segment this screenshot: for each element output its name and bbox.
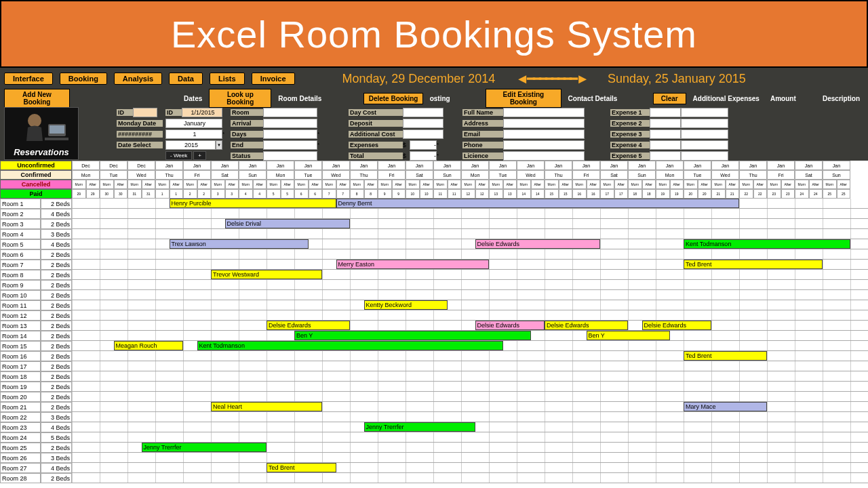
- exp2-amt[interactable]: [650, 119, 681, 128]
- clear-button[interactable]: Clear: [653, 93, 686, 104]
- gantt-row[interactable]: [72, 249, 868, 260]
- nav-booking[interactable]: Booking: [60, 73, 107, 85]
- gantt-row[interactable]: [72, 371, 868, 382]
- nav-data[interactable]: Data: [169, 73, 203, 85]
- booking-bar[interactable]: Kentty Beckword: [364, 300, 448, 310]
- booking-bar[interactable]: Jenny Trerrfer: [142, 443, 267, 452]
- gantt-row[interactable]: Jenny Trerrfer: [72, 422, 868, 432]
- gantt-row[interactable]: Jenny Trerrfer: [72, 443, 868, 453]
- booking-bar[interactable]: Meagan Rouch: [114, 341, 184, 350]
- gantt-row[interactable]: Kentty Beckword: [72, 300, 868, 310]
- booking-bar[interactable]: Ted Brent: [267, 463, 336, 472]
- booking-bar[interactable]: Kent Todmanson: [684, 239, 850, 249]
- booking-bar[interactable]: Jenny Trerrfer: [364, 422, 475, 432]
- gantt-row[interactable]: [72, 290, 868, 300]
- gantt-row[interactable]: Ben YBen Y: [72, 331, 868, 341]
- dropdown-icon[interactable]: ▼: [216, 140, 222, 150]
- status-input[interactable]: [263, 151, 317, 161]
- daycost-input[interactable]: [403, 108, 443, 117]
- add-booking-button[interactable]: Add New Booking: [4, 89, 70, 108]
- room-beds: 2 Beds: [41, 270, 72, 280]
- exp3-amt[interactable]: [650, 129, 681, 139]
- gantt-row[interactable]: [72, 280, 868, 290]
- gantt-row[interactable]: [72, 229, 868, 239]
- gantt-row[interactable]: [72, 473, 868, 483]
- cal-months: Jan: [767, 161, 795, 170]
- room-input[interactable]: [263, 108, 317, 117]
- licence-input[interactable]: [503, 151, 585, 161]
- nav-interface[interactable]: Interface: [4, 73, 53, 85]
- gantt-row[interactable]: [72, 453, 868, 463]
- gantt-row[interactable]: Trevor Westward: [72, 270, 868, 280]
- dayn-input[interactable]: [165, 129, 222, 139]
- gantt-row[interactable]: Delsie EdwardsDelsie EdwardsDelsie Edwar…: [72, 321, 868, 331]
- exp2-desc[interactable]: [681, 119, 728, 128]
- booking-bar[interactable]: Delsie Drival: [225, 219, 351, 228]
- booking-bar[interactable]: Kent Todmanson: [197, 341, 503, 350]
- total-input[interactable]: [410, 151, 437, 161]
- gantt-row[interactable]: Merry EastonTed Brent: [72, 260, 868, 270]
- gantt-row[interactable]: [72, 209, 868, 219]
- booking-bar[interactable]: Trevor Westward: [211, 270, 322, 279]
- booking-bar[interactable]: Trex Lawson: [170, 239, 309, 249]
- booking-bar[interactable]: Henry Purcible: [170, 199, 336, 208]
- edit-button[interactable]: Edit Existing Booking: [486, 89, 561, 108]
- gantt-row[interactable]: Meagan RouchKent Todmanson: [72, 341, 868, 351]
- room-beds: 2 Beds: [41, 260, 72, 270]
- booking-bar[interactable]: Ted Brent: [684, 351, 767, 361]
- week-minus-button[interactable]: - Week: [165, 151, 192, 160]
- booking-bar[interactable]: Neal Heart: [211, 402, 322, 411]
- year-input[interactable]: [165, 140, 216, 150]
- date-input[interactable]: [182, 108, 222, 117]
- gantt-row[interactable]: Ted Brent: [72, 463, 868, 473]
- cal-months: Dec: [72, 161, 100, 170]
- address-input[interactable]: [503, 119, 585, 128]
- addcost-input[interactable]: [403, 129, 443, 139]
- exp5-amt[interactable]: [650, 151, 681, 161]
- arrival-input[interactable]: [263, 119, 317, 128]
- booking-bar[interactable]: Mary Mace: [684, 402, 767, 411]
- booking-bar[interactable]: Ben Y: [587, 331, 670, 340]
- gantt-row[interactable]: [72, 361, 868, 371]
- id1-input[interactable]: [133, 108, 157, 117]
- nav-lists[interactable]: Lists: [210, 73, 245, 85]
- nav-invoice[interactable]: Invoice: [252, 73, 295, 85]
- exp3-desc[interactable]: [681, 129, 728, 139]
- nav-analysis[interactable]: Analysis: [114, 73, 162, 85]
- exp4-desc[interactable]: [681, 140, 728, 150]
- booking-bar[interactable]: Ted Brent: [684, 260, 823, 269]
- week-plus-button[interactable]: +: [193, 151, 206, 160]
- booking-bar[interactable]: Delsie Edwards: [475, 321, 545, 330]
- gantt-row[interactable]: Delsie Drival: [72, 219, 868, 229]
- exp1-desc[interactable]: [681, 108, 728, 117]
- exp5-desc[interactable]: [681, 151, 728, 161]
- email-input[interactable]: [503, 129, 585, 139]
- end-input[interactable]: [263, 140, 317, 150]
- booking-bar[interactable]: Ben Y: [294, 331, 531, 340]
- booking-bar[interactable]: Delsie Edwards: [475, 239, 601, 249]
- booking-bar[interactable]: Delsie Edwards: [545, 321, 628, 330]
- booking-bar[interactable]: Merry Easton: [336, 260, 490, 269]
- booking-bar[interactable]: Denny Bernt: [336, 199, 740, 208]
- gantt-row[interactable]: Ted Brent: [72, 351, 868, 361]
- fullname-input[interactable]: [503, 108, 585, 117]
- phone-input[interactable]: [503, 140, 585, 150]
- gantt-row[interactable]: [72, 382, 868, 392]
- days-input[interactable]: [263, 129, 317, 139]
- lookup-button[interactable]: Look up Booking: [209, 89, 271, 108]
- gantt-row[interactable]: Neal HeartMary Mace: [72, 402, 868, 412]
- gantt-row[interactable]: [72, 412, 868, 422]
- deposit-input[interactable]: [403, 119, 443, 128]
- gantt-row[interactable]: [72, 310, 868, 321]
- expenses-input[interactable]: [410, 140, 437, 150]
- month-input[interactable]: [165, 119, 222, 128]
- booking-bar[interactable]: Delsie Edwards: [267, 321, 350, 330]
- gantt-row[interactable]: Trex LawsonDelsie EdwardsKent Todmanson: [72, 239, 868, 249]
- delete-button[interactable]: Delete Booking: [363, 93, 422, 104]
- gantt-row[interactable]: [72, 432, 868, 443]
- gantt-row[interactable]: [72, 392, 868, 402]
- exp1-amt[interactable]: [650, 108, 681, 117]
- gantt-row[interactable]: Henry PurcibleDenny Bernt: [72, 199, 868, 209]
- booking-bar[interactable]: Delsie Edwards: [642, 321, 712, 330]
- exp4-amt[interactable]: [650, 140, 681, 150]
